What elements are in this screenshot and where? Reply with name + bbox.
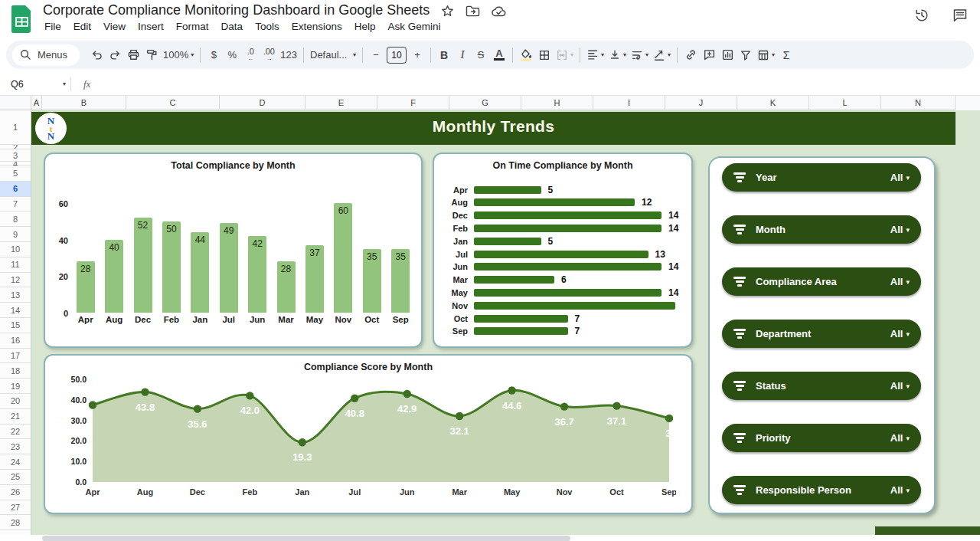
google-sheets-logo-icon[interactable] (11, 5, 32, 33)
filter-department[interactable]: DepartmentAll▾ (722, 320, 921, 348)
redo-button[interactable] (106, 45, 124, 65)
menu-help[interactable]: Help (348, 19, 382, 34)
insert-comment-button[interactable] (700, 45, 718, 65)
vertical-align-button[interactable]: ▾ (606, 45, 629, 65)
row-header-21[interactable]: 21 (0, 409, 31, 425)
filter-month[interactable]: MonthAll▾ (722, 215, 921, 244)
row-header-28[interactable]: 28 (0, 515, 31, 530)
text-rotation-button[interactable]: ▾ (651, 45, 673, 65)
insert-table-button[interactable]: ▾ (755, 45, 777, 65)
row-header-13[interactable]: 13 (0, 287, 31, 303)
column-header-L[interactable]: L (809, 96, 881, 110)
row-header-5[interactable]: 5 (0, 166, 31, 182)
column-header-D[interactable]: D (220, 96, 305, 110)
row-header-16[interactable]: 16 (0, 333, 31, 349)
row-header-22[interactable]: 22 (0, 425, 31, 440)
menu-edit[interactable]: Edit (67, 19, 97, 34)
column-header-H[interactable]: H (521, 96, 593, 110)
menu-file[interactable]: File (38, 19, 67, 34)
select-all-corner[interactable] (0, 96, 31, 110)
row-header-23[interactable]: 23 (0, 439, 31, 454)
row-header-15[interactable]: 15 (0, 318, 31, 333)
create-filter-button[interactable] (737, 45, 755, 65)
strikethrough-button[interactable]: S (472, 45, 490, 65)
row-header-26[interactable]: 26 (0, 485, 31, 500)
text-wrap-button[interactable]: ▾ (629, 45, 651, 65)
row-header-25[interactable]: 25 (0, 470, 31, 485)
row-header-11[interactable]: 11 (0, 257, 31, 273)
column-header-E[interactable]: E (305, 96, 377, 110)
increase-decimal-button[interactable]: .00→ (260, 45, 278, 65)
row-header-3[interactable]: 3 (0, 149, 31, 162)
column-header-G[interactable]: G (449, 96, 521, 110)
insert-chart-button[interactable] (718, 45, 737, 65)
row-header-9[interactable]: 9 (0, 227, 31, 242)
format-currency-button[interactable]: $ (204, 45, 223, 65)
print-button[interactable] (124, 45, 142, 65)
menu-view[interactable]: View (97, 19, 132, 34)
column-header-I[interactable]: I (593, 96, 665, 110)
merge-cells-button[interactable]: ▾ (554, 45, 576, 65)
row-header-17[interactable]: 17 (0, 349, 31, 364)
functions-button[interactable]: Σ (777, 45, 795, 65)
menu-ask-gemini[interactable]: Ask Gemini (381, 19, 446, 34)
row-header-12[interactable]: 12 (0, 273, 31, 288)
increase-font-size-button[interactable]: + (408, 45, 426, 65)
row-header-27[interactable]: 27 (0, 500, 31, 516)
insert-link-button[interactable] (681, 45, 700, 65)
font-select[interactable]: Defaul...▾ (308, 45, 358, 65)
filter-responsible-person[interactable]: Responsible PersonAll▾ (722, 476, 921, 504)
row-header-10[interactable]: 10 (0, 242, 31, 257)
spreadsheet-canvas[interactable]: N t N Monthly Trends Total Compliance by… (0, 110, 980, 541)
menus-search-button[interactable]: Menus (12, 44, 80, 66)
font-size-input[interactable]: 10 (387, 47, 407, 64)
menu-tools[interactable]: Tools (249, 19, 286, 34)
row-header-19[interactable]: 19 (0, 379, 31, 394)
filter-year[interactable]: YearAll▾ (722, 163, 921, 192)
column-header-K[interactable]: K (737, 96, 809, 110)
row-header-18[interactable]: 18 (0, 363, 31, 379)
cloud-saved-icon[interactable] (492, 5, 507, 18)
menu-insert[interactable]: Insert (132, 19, 170, 34)
version-history-icon[interactable] (914, 8, 929, 23)
menu-data[interactable]: Data (215, 19, 250, 34)
all-comments-icon[interactable] (952, 8, 968, 23)
name-box[interactable]: Q6 ▾ (0, 79, 66, 90)
row-header-7[interactable]: 7 (0, 197, 31, 212)
paint-format-button[interactable] (142, 45, 161, 65)
borders-button[interactable] (535, 45, 554, 65)
format-percent-button[interactable]: % (223, 45, 241, 65)
italic-button[interactable]: I (453, 45, 472, 65)
column-header-F[interactable]: F (377, 96, 449, 110)
decrease-decimal-button[interactable]: .0← (241, 45, 260, 65)
row-header-8[interactable]: 8 (0, 211, 31, 227)
total-compliance-chart-card[interactable]: Total Compliance by Month 020406028Apr40… (44, 152, 423, 348)
zoom-select[interactable]: 100%▾ (161, 45, 196, 65)
formula-input[interactable] (90, 73, 980, 95)
text-color-button[interactable]: A (490, 45, 508, 65)
column-header-A[interactable]: A (31, 96, 42, 110)
row-header-6[interactable]: 6 (0, 182, 31, 197)
column-header-C[interactable]: C (126, 96, 220, 110)
document-title[interactable]: Corporate Compliance Monitoring Dashboar… (43, 2, 430, 18)
bold-button[interactable]: B (435, 45, 453, 65)
menu-format[interactable]: Format (170, 19, 215, 34)
horizontal-scrollbar-thumb[interactable] (42, 536, 570, 541)
row-header-20[interactable]: 20 (0, 394, 31, 409)
horizontal-scrollbar[interactable] (0, 535, 980, 541)
horizontal-align-button[interactable]: ▾ (584, 45, 606, 65)
row-header-24[interactable]: 24 (0, 454, 31, 470)
undo-button[interactable] (87, 45, 106, 65)
star-icon[interactable] (441, 5, 454, 18)
compliance-score-chart-card[interactable]: Compliance Score by Month 0.010.020.030.… (44, 354, 693, 514)
filter-status[interactable]: StatusAll▾ (722, 372, 921, 400)
filter-compliance-area[interactable]: Compliance AreaAll▾ (722, 267, 921, 296)
column-header-B[interactable]: B (42, 96, 126, 110)
on-time-compliance-chart-card[interactable]: On Time Compliance by Month Apr5Aug12Dec… (433, 152, 693, 348)
column-header-J[interactable]: J (665, 96, 737, 110)
menu-extensions[interactable]: Extensions (286, 19, 348, 34)
more-formats-button[interactable]: 123 (278, 45, 299, 65)
column-header-N[interactable]: N (881, 96, 956, 110)
decrease-font-size-button[interactable]: − (367, 45, 385, 65)
row-header-1[interactable]: 1 (0, 110, 31, 145)
